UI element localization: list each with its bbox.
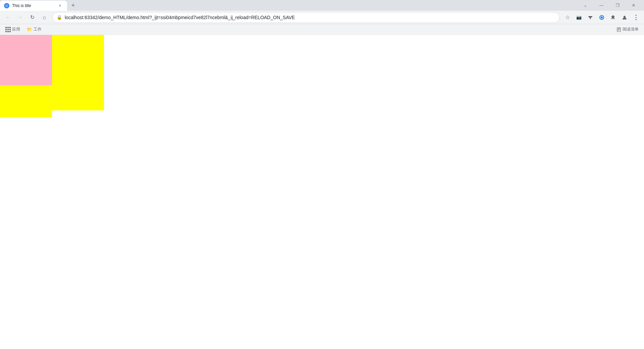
- work-bookmark[interactable]: 📁 工作: [24, 26, 44, 34]
- reload-button[interactable]: ↻: [27, 12, 38, 23]
- apps-bookmark[interactable]: 应用: [3, 26, 23, 34]
- tab-title: This is title: [12, 3, 54, 8]
- bookmarks-bar: 应用 📁 工作 阅读清单: [0, 24, 644, 35]
- browser-window: G This is title × + ⌄ — ❐ ✕ ← → ↻ ⌂ 🔒 lo…: [0, 0, 644, 349]
- tab-strip: G This is title × +: [0, 0, 578, 11]
- svg-point-1: [601, 16, 603, 18]
- tab-list-button[interactable]: ⌄: [578, 0, 593, 11]
- address-text: localhost:63342/demo_HTML/demo.html?_ijt…: [65, 15, 555, 20]
- apps-grid-icon: [5, 27, 11, 32]
- new-tab-button[interactable]: +: [68, 1, 78, 10]
- svg-rect-5: [618, 29, 620, 29]
- svg-rect-6: [618, 30, 619, 30]
- window-controls: ⌄ — ❐ ✕: [578, 0, 644, 11]
- toolbar-right: ☆ 📷: [562, 12, 641, 23]
- title-bar: G This is title × + ⌄ — ❐ ✕: [0, 0, 644, 11]
- puzzle-icon: [610, 15, 616, 20]
- circle-icon: [599, 15, 604, 20]
- close-button[interactable]: ✕: [626, 0, 641, 11]
- yellow-block-bottom: [0, 85, 52, 117]
- reading-list-icon: [616, 27, 621, 32]
- minimize-button[interactable]: —: [594, 0, 609, 11]
- profile-button[interactable]: [619, 12, 630, 23]
- page-content: [0, 35, 644, 349]
- profile-icon: [622, 14, 628, 20]
- pink-block: [0, 35, 52, 85]
- tab-close-button[interactable]: ×: [57, 3, 63, 9]
- yellow-block-top: [52, 35, 104, 110]
- svg-rect-3: [617, 28, 621, 32]
- back-button[interactable]: ←: [3, 12, 13, 23]
- menu-button[interactable]: ⋮: [631, 12, 641, 23]
- lock-icon: 🔒: [57, 15, 62, 20]
- active-tab[interactable]: G This is title ×: [0, 1, 67, 11]
- bookmark-star-button[interactable]: ☆: [562, 12, 573, 23]
- screenshot-button[interactable]: 📷: [574, 12, 584, 23]
- forward-button[interactable]: →: [15, 12, 25, 23]
- svg-rect-4: [618, 28, 620, 29]
- address-bar[interactable]: 🔒 localhost:63342/demo_HTML/demo.html?_i…: [52, 12, 559, 23]
- circle-button[interactable]: [596, 12, 607, 23]
- home-button[interactable]: ⌂: [39, 12, 50, 23]
- reading-list-button[interactable]: 阅读清单: [614, 27, 641, 32]
- extensions-button[interactable]: [608, 12, 619, 23]
- filter-button[interactable]: [585, 12, 596, 23]
- filter-icon: [588, 15, 593, 20]
- restore-button[interactable]: ❐: [610, 0, 625, 11]
- tab-favicon: G: [4, 3, 9, 8]
- toolbar: ← → ↻ ⌂ 🔒 localhost:63342/demo_HTML/demo…: [0, 11, 644, 24]
